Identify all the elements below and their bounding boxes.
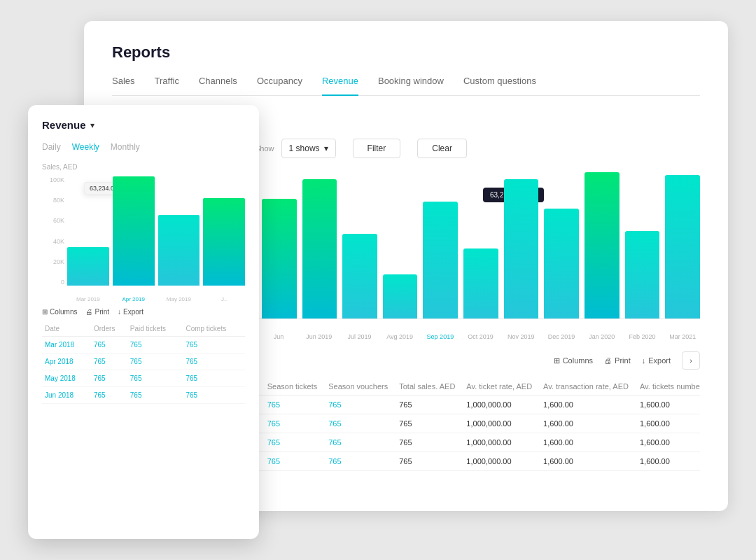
mini-cell-2-2[interactable]: 765 <box>127 370 183 387</box>
mini-cell-3-1[interactable]: 765 <box>91 387 127 404</box>
table-cell-2-7: 1,600.00 <box>538 433 634 452</box>
table-cell-0-4[interactable]: 765 <box>323 396 393 414</box>
print-button[interactable]: 🖨 Print <box>604 351 631 370</box>
mini-x-axis: Mar 2019Apr 2019May 2019J.. <box>67 296 245 302</box>
table-cell-0-6: 1,000,000.00 <box>461 396 538 414</box>
columns-button[interactable]: ⊞ Columns <box>554 351 593 370</box>
bar-7[interactable] <box>423 202 458 318</box>
clear-button[interactable]: Clear <box>417 139 467 158</box>
mini-cell-0-3[interactable]: 765 <box>183 337 245 354</box>
mini-col-orders: Orders <box>91 321 127 337</box>
revenue-chevron-icon[interactable]: ▾ <box>90 120 94 130</box>
time-tab-monthly[interactable]: Monthly <box>111 142 140 152</box>
time-tab-daily[interactable]: Daily <box>42 142 61 152</box>
mini-bar-1[interactable] <box>113 176 155 286</box>
x-label-11: Jan 2020 <box>584 333 620 340</box>
mini-columns-button[interactable]: ⊞ Columns <box>42 308 77 316</box>
tab-revenue[interactable]: Revenue <box>322 76 358 96</box>
table-cell-2-4[interactable]: 765 <box>323 433 393 452</box>
bar-8[interactable] <box>463 248 498 318</box>
mini-bar-group-1 <box>113 176 155 286</box>
table-cell-3-7: 1,600.00 <box>538 452 634 471</box>
mini-x-label-1: Apr 2019 <box>113 296 155 302</box>
mini-export-button[interactable]: ↓ Export <box>118 308 144 316</box>
mini-cell-2-3[interactable]: 765 <box>183 370 245 387</box>
table-cell-2-8: 1,600.00 <box>634 433 700 452</box>
x-label-12: Feb 2020 <box>625 333 660 340</box>
table-cell-3-8: 1,600.00 <box>634 452 700 471</box>
x-label-9: Nov 2019 <box>503 333 538 340</box>
table-cell-1-6: 1,000,000.00 <box>461 414 538 433</box>
tab-occupancy[interactable]: Occupancy <box>257 76 302 96</box>
mini-bar-group-3 <box>203 176 245 286</box>
mini-cell-1-0[interactable]: Apr 2018 <box>42 354 91 370</box>
table-cell-1-4[interactable]: 765 <box>323 414 393 433</box>
x-label-5: Jul 2019 <box>342 333 377 340</box>
mini-cell-1-3[interactable]: 765 <box>183 354 245 370</box>
mini-cell-0-2[interactable]: 765 <box>127 337 183 354</box>
time-tab-weekly[interactable]: Weekly <box>72 142 99 152</box>
mini-cell-1-1[interactable]: 765 <box>91 354 127 370</box>
table-cell-0-8: 1,600.00 <box>634 396 700 414</box>
bar-13[interactable] <box>665 175 700 318</box>
bar-10[interactable] <box>544 209 579 318</box>
table-cell-1-3[interactable]: 765 <box>262 414 323 433</box>
mini-print-icon: 🖨 <box>85 308 92 316</box>
bar-group-7 <box>423 172 458 318</box>
table-cell-1-8: 1,600.00 <box>634 414 700 433</box>
x-label-10: Dec 2019 <box>544 333 579 340</box>
mini-bar-group-0 <box>67 176 109 286</box>
table-cell-3-3[interactable]: 765 <box>262 452 323 471</box>
mini-cell-2-1[interactable]: 765 <box>91 370 127 387</box>
mini-bar-2[interactable] <box>158 215 200 286</box>
col-av-ticket: Av. ticket rate, AED <box>461 378 538 396</box>
tab-traffic[interactable]: Traffic <box>155 76 179 96</box>
x-label-6: Avg 2019 <box>382 333 417 340</box>
mini-bar-0[interactable] <box>67 247 109 286</box>
bar-11[interactable] <box>584 172 620 318</box>
tab-booking-window[interactable]: Booking window <box>378 76 444 96</box>
mini-cell-1-2[interactable]: 765 <box>127 354 183 370</box>
table-cell-2-3[interactable]: 765 <box>262 433 323 452</box>
col-season-vouchers: Season vouchers <box>323 378 393 396</box>
mini-col-date: Date <box>42 321 91 337</box>
mini-cell-3-3[interactable]: 765 <box>183 387 245 404</box>
page-title: Reports <box>112 43 700 62</box>
mini-bar-3[interactable] <box>203 198 245 286</box>
table-cell-1-5: 765 <box>393 414 461 433</box>
bar-3[interactable] <box>262 199 297 318</box>
bar-4[interactable] <box>302 179 337 318</box>
table-cell-0-3[interactable]: 765 <box>262 396 323 414</box>
show-dropdown[interactable]: 1 shows ▾ <box>281 139 336 158</box>
table-cell-3-4[interactable]: 765 <box>323 452 393 471</box>
bar-group-5 <box>342 172 377 318</box>
show-group: Show 1 shows ▾ <box>255 139 336 158</box>
bar-12[interactable] <box>625 231 660 318</box>
bar-group-3 <box>262 172 297 318</box>
table-nav-right[interactable]: › <box>682 351 700 370</box>
mini-cell-0-0[interactable]: Mar 2018 <box>42 337 91 354</box>
mini-x-label-2: May 2019 <box>158 296 200 302</box>
export-button[interactable]: ↓ Export <box>642 351 671 370</box>
table-cell-0-5: 765 <box>393 396 461 414</box>
bar-6[interactable] <box>383 274 418 318</box>
columns-icon: ⊞ <box>554 356 560 365</box>
reports-tabs: Sales Traffic Channels Occupancy Revenue… <box>112 76 700 96</box>
mini-print-button[interactable]: 🖨 Print <box>85 308 109 316</box>
tab-custom-questions[interactable]: Custom questions <box>463 76 536 96</box>
filter-button[interactable]: Filter <box>353 139 401 158</box>
mini-cell-0-1[interactable]: 765 <box>91 337 127 354</box>
bar-5[interactable] <box>342 234 377 318</box>
bar-group-9 <box>504 172 539 318</box>
mini-cell-3-2[interactable]: 765 <box>127 387 183 404</box>
x-label-7: Sep 2019 <box>423 333 458 340</box>
col-season-tickets: Season tickets <box>262 378 323 396</box>
mini-y-axis: 100K 80K 60K 40K 20K 0 <box>42 176 67 286</box>
tab-sales[interactable]: Sales <box>112 76 135 96</box>
mini-cell-2-0[interactable]: May 2018 <box>42 370 91 387</box>
tab-channels[interactable]: Channels <box>199 76 237 96</box>
mini-cell-3-0[interactable]: Jun 2018 <box>42 387 91 404</box>
bar-9[interactable] <box>504 179 539 318</box>
mini-table-actions: ⊞ Columns 🖨 Print ↓ Export <box>42 308 245 316</box>
col-av-tickets-num: Av. tickets number per transaction <box>634 378 700 396</box>
